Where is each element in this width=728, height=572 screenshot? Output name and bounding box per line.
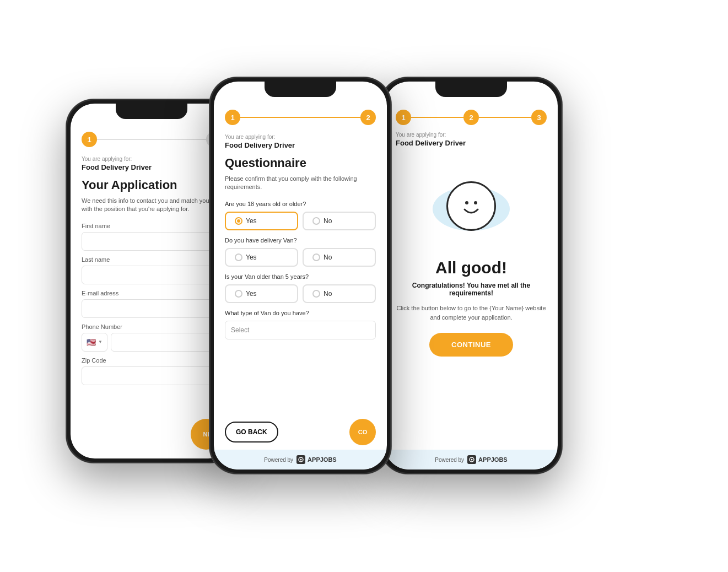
question-1-label: Are you 18 years old or older?	[225, 201, 376, 207]
appjobs-brand-2: APPJOBS	[308, 456, 337, 463]
phone-input[interactable]	[111, 333, 222, 352]
q1-yes-option[interactable]: Yes	[225, 212, 298, 230]
all-good-title: All good!	[435, 258, 507, 277]
continue-button-small[interactable]: CO	[349, 419, 376, 445]
q3-no-dot	[312, 290, 320, 298]
svg-point-2	[465, 201, 468, 204]
first-name-label: First name	[82, 223, 222, 229]
phone-2: 1 2 You are applying for: Food Delivery …	[209, 77, 391, 474]
step-line-3b	[479, 117, 531, 118]
powered-footer-2: Powered by APPJOBS	[214, 450, 387, 470]
appjobs-brand-3: APPJOBS	[478, 456, 508, 463]
smiley-circle	[446, 181, 496, 231]
continue-button-main[interactable]: CONTINUE	[429, 333, 513, 357]
step-3-circle-3: 3	[531, 110, 547, 125]
first-name-input[interactable]	[82, 232, 222, 251]
buttons-row-2: GO BACK CO	[214, 414, 387, 450]
appjobs-logo-2: APPJOBS	[296, 455, 337, 464]
progress-bar-2: 1 2	[214, 101, 387, 129]
last-name-label: Last name	[82, 256, 222, 263]
question-1: Are you 18 years old or older? Yes No	[225, 201, 376, 230]
screen-content-2: 1 2 You are applying for: Food Delivery …	[214, 101, 387, 470]
country-select[interactable]: 🇺🇸 ▼	[82, 333, 107, 352]
form-area-1: You are applying for: Food Delivery Driv…	[71, 152, 233, 414]
q1-yes-label: Yes	[246, 217, 257, 225]
radio-row-3: Yes No	[225, 284, 376, 303]
q2-no-dot	[312, 253, 320, 261]
applying-label-1: You are applying for:	[82, 156, 222, 162]
q2-no-option[interactable]: No	[303, 248, 376, 267]
email-input[interactable]	[82, 299, 222, 318]
q3-yes-dot	[235, 290, 242, 298]
question-4-label: What type of Van do you have?	[225, 310, 376, 316]
page-subtitle-2: Please confirm that you comply with the …	[225, 175, 376, 192]
powered-footer-3: Powered by APPJOBS	[385, 450, 558, 470]
q2-yes-dot	[235, 253, 242, 261]
question-3-label: Is your Van older than 5 years?	[225, 273, 376, 280]
q2-yes-option[interactable]: Yes	[225, 248, 298, 267]
page-title-1: Your Application	[82, 178, 222, 192]
smiley-illustration	[427, 176, 515, 242]
job-title-2: Food Delivery Driver	[225, 141, 376, 149]
select-placeholder: Select	[231, 326, 249, 334]
zip-label: Zip Code	[82, 357, 222, 364]
step-line-3a	[411, 117, 463, 118]
appjobs-icon-2	[296, 455, 305, 464]
applying-label-2: You are applying for:	[225, 134, 376, 140]
question-2-label: Do you have delivery Van?	[225, 237, 376, 244]
appjobs-logo-3: APPJOBS	[467, 455, 508, 464]
zip-input[interactable]	[82, 366, 222, 385]
svg-point-3	[474, 201, 477, 204]
radio-row-1: Yes No	[225, 212, 376, 230]
applying-label-3: You are applying for:	[396, 132, 547, 138]
q3-yes-label: Yes	[246, 290, 257, 298]
screen-content-1: 1 2 You are applying for: Food Delivery …	[71, 123, 233, 458]
q1-no-option[interactable]: No	[303, 212, 376, 230]
q3-yes-option[interactable]: Yes	[225, 284, 298, 303]
radio-row-2: Yes No	[225, 248, 376, 267]
q2-no-label: No	[323, 253, 332, 261]
job-title-3: Food Delivery Driver	[396, 139, 547, 147]
screen-footer-1: NI	[71, 414, 233, 458]
step-2-circle-3: 2	[463, 110, 479, 125]
notch	[116, 104, 187, 119]
question-2: Do you have delivery Van? Yes No	[225, 237, 376, 267]
step-line-2	[240, 117, 360, 118]
step-line-1	[97, 139, 206, 140]
powered-by-label-3: Powered by	[435, 457, 464, 463]
q1-no-dot	[312, 217, 320, 225]
phone-label: Phone Number	[82, 323, 222, 330]
phones-container: 1 2 You are applying for: Food Delivery …	[0, 0, 728, 572]
q2-yes-label: Yes	[246, 253, 257, 261]
progress-bar-1: 1 2	[71, 123, 233, 152]
page-title-2: Questionnaire	[225, 156, 376, 170]
svg-point-5	[471, 459, 473, 461]
phone-3: 1 2 3 You are applying for: Food Deliver…	[380, 77, 562, 474]
email-label: E-mail adress	[82, 290, 222, 296]
job-title-1: Food Delivery Driver	[82, 163, 222, 171]
smiley-svg	[455, 190, 488, 223]
van-type-select[interactable]: Select	[225, 321, 376, 339]
last-name-input[interactable]	[82, 266, 222, 284]
notch-3	[435, 82, 507, 97]
form-area-2: You are applying for: Food Delivery Driv…	[214, 129, 387, 414]
go-back-button[interactable]: GO BACK	[225, 422, 278, 443]
step-1-circle-2: 1	[225, 110, 240, 125]
q3-no-label: No	[323, 290, 332, 298]
powered-by-label-2: Powered by	[264, 457, 293, 463]
page-subtitle-1: We need this info to contact you and mat…	[82, 197, 222, 214]
phone-3-screen: 1 2 3 You are applying for: Food Deliver…	[385, 82, 558, 470]
all-good-desc: Click the button below to go to the {You…	[396, 304, 547, 322]
us-flag-icon: 🇺🇸	[87, 338, 96, 347]
q1-no-label: No	[323, 217, 332, 225]
phone-2-screen: 1 2 You are applying for: Food Delivery …	[214, 82, 387, 470]
step-1-circle: 1	[82, 132, 97, 147]
question-4: What type of Van do you have? Select	[225, 310, 376, 339]
chevron-down-icon: ▼	[98, 339, 103, 344]
step-2-circle-2: 2	[360, 110, 376, 125]
step-1-circle-3: 1	[396, 110, 411, 125]
all-good-subtitle: Congratulations! You have met all the re…	[396, 282, 547, 297]
appjobs-icon-3	[467, 455, 476, 464]
phone-1-screen: 1 2 You are applying for: Food Delivery …	[71, 104, 233, 458]
q3-no-option[interactable]: No	[303, 284, 376, 303]
